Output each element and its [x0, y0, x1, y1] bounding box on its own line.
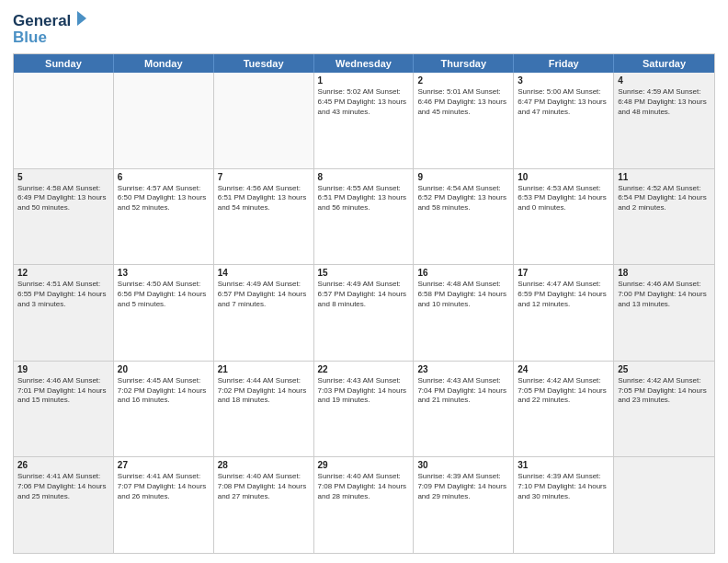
day-number: 26 [17, 460, 109, 470]
weekday-header: Sunday [14, 54, 114, 73]
calendar-cell [614, 457, 714, 553]
calendar-cell: 26Sunrise: 4:41 AM Sunset: 7:06 PM Dayli… [14, 457, 114, 553]
calendar-cell: 27Sunrise: 4:41 AM Sunset: 7:07 PM Dayli… [114, 457, 214, 553]
cell-info: Sunrise: 5:01 AM Sunset: 6:46 PM Dayligh… [417, 87, 509, 117]
cell-info: Sunrise: 4:41 AM Sunset: 7:06 PM Dayligh… [17, 472, 109, 501]
calendar-header: SundayMondayTuesdayWednesdayThursdayFrid… [14, 54, 714, 73]
day-number: 25 [618, 364, 711, 374]
day-number: 7 [218, 172, 310, 182]
cell-info: Sunrise: 4:40 AM Sunset: 7:08 PM Dayligh… [218, 472, 310, 501]
cell-info: Sunrise: 4:50 AM Sunset: 6:56 PM Dayligh… [118, 280, 210, 309]
cell-info: Sunrise: 5:00 AM Sunset: 6:47 PM Dayligh… [518, 87, 609, 117]
day-number: 16 [417, 268, 509, 278]
calendar-cell: 2Sunrise: 5:01 AM Sunset: 6:46 PM Daylig… [414, 73, 514, 168]
calendar-cell: 29Sunrise: 4:40 AM Sunset: 7:08 PM Dayli… [314, 457, 415, 553]
header: General Blue [13, 9, 715, 46]
calendar-row: 19Sunrise: 4:46 AM Sunset: 7:01 PM Dayli… [14, 362, 714, 458]
cell-info: Sunrise: 4:46 AM Sunset: 7:01 PM Dayligh… [17, 376, 109, 406]
calendar-cell: 19Sunrise: 4:46 AM Sunset: 7:01 PM Dayli… [14, 362, 114, 457]
day-number: 23 [417, 364, 509, 374]
cell-info: Sunrise: 4:42 AM Sunset: 7:05 PM Dayligh… [518, 376, 609, 406]
calendar-cell: 12Sunrise: 4:51 AM Sunset: 6:55 PM Dayli… [14, 265, 114, 361]
cell-info: Sunrise: 4:51 AM Sunset: 6:55 PM Dayligh… [17, 280, 109, 309]
day-number: 18 [618, 268, 711, 278]
calendar-cell: 6Sunrise: 4:57 AM Sunset: 6:50 PM Daylig… [114, 169, 214, 265]
calendar-cell [214, 73, 314, 168]
calendar-cell: 23Sunrise: 4:43 AM Sunset: 7:04 PM Dayli… [414, 362, 514, 457]
calendar-cell: 17Sunrise: 4:47 AM Sunset: 6:59 PM Dayli… [514, 265, 614, 361]
svg-text:Blue: Blue [13, 29, 47, 46]
day-number: 9 [417, 172, 509, 182]
day-number: 31 [518, 460, 609, 470]
calendar-cell [114, 73, 214, 168]
calendar-cell: 15Sunrise: 4:49 AM Sunset: 6:57 PM Dayli… [314, 265, 415, 361]
cell-info: Sunrise: 4:45 AM Sunset: 7:02 PM Dayligh… [118, 376, 210, 406]
day-number: 8 [318, 172, 410, 182]
cell-info: Sunrise: 4:39 AM Sunset: 7:10 PM Dayligh… [518, 472, 609, 501]
cell-info: Sunrise: 4:40 AM Sunset: 7:08 PM Dayligh… [318, 472, 410, 501]
calendar-cell: 31Sunrise: 4:39 AM Sunset: 7:10 PM Dayli… [514, 457, 614, 553]
day-number: 11 [618, 172, 711, 182]
cell-info: Sunrise: 4:56 AM Sunset: 6:51 PM Dayligh… [218, 184, 310, 213]
day-number: 12 [17, 268, 109, 278]
cell-info: Sunrise: 4:52 AM Sunset: 6:54 PM Dayligh… [618, 184, 711, 213]
cell-info: Sunrise: 4:47 AM Sunset: 6:59 PM Dayligh… [518, 280, 609, 309]
calendar-cell: 1Sunrise: 5:02 AM Sunset: 6:45 PM Daylig… [314, 73, 415, 168]
calendar-cell [14, 73, 114, 168]
day-number: 17 [518, 268, 609, 278]
calendar-cell: 9Sunrise: 4:54 AM Sunset: 6:52 PM Daylig… [414, 169, 514, 265]
calendar-cell: 16Sunrise: 4:48 AM Sunset: 6:58 PM Dayli… [414, 265, 514, 361]
weekday-header: Friday [514, 54, 614, 73]
calendar-cell: 8Sunrise: 4:55 AM Sunset: 6:51 PM Daylig… [314, 169, 415, 265]
cell-info: Sunrise: 4:41 AM Sunset: 7:07 PM Dayligh… [118, 472, 210, 501]
calendar-cell: 21Sunrise: 4:44 AM Sunset: 7:02 PM Dayli… [214, 362, 314, 457]
day-number: 22 [318, 364, 410, 374]
cell-info: Sunrise: 4:53 AM Sunset: 6:53 PM Dayligh… [518, 184, 609, 213]
cell-info: Sunrise: 4:43 AM Sunset: 7:03 PM Dayligh… [318, 376, 410, 406]
cell-info: Sunrise: 4:54 AM Sunset: 6:52 PM Dayligh… [417, 184, 509, 213]
calendar-cell: 13Sunrise: 4:50 AM Sunset: 6:56 PM Dayli… [114, 265, 214, 361]
calendar-row: 26Sunrise: 4:41 AM Sunset: 7:06 PM Dayli… [14, 457, 714, 553]
day-number: 14 [218, 268, 310, 278]
calendar: SundayMondayTuesdayWednesdayThursdayFrid… [13, 53, 715, 554]
day-number: 13 [118, 268, 210, 278]
calendar-row: 12Sunrise: 4:51 AM Sunset: 6:55 PM Dayli… [14, 265, 714, 362]
svg-marker-1 [77, 11, 86, 26]
day-number: 20 [118, 364, 210, 374]
cell-info: Sunrise: 4:49 AM Sunset: 6:57 PM Dayligh… [318, 280, 410, 309]
calendar-cell: 4Sunrise: 4:59 AM Sunset: 6:48 PM Daylig… [614, 73, 714, 168]
weekday-header: Wednesday [314, 54, 415, 73]
day-number: 30 [417, 460, 509, 470]
calendar-cell: 30Sunrise: 4:39 AM Sunset: 7:09 PM Dayli… [414, 457, 514, 553]
calendar-cell: 3Sunrise: 5:00 AM Sunset: 6:47 PM Daylig… [514, 73, 614, 168]
calendar-cell: 10Sunrise: 4:53 AM Sunset: 6:53 PM Dayli… [514, 169, 614, 265]
calendar-cell: 14Sunrise: 4:49 AM Sunset: 6:57 PM Dayli… [214, 265, 314, 361]
day-number: 10 [518, 172, 609, 182]
calendar-cell: 7Sunrise: 4:56 AM Sunset: 6:51 PM Daylig… [214, 169, 314, 265]
day-number: 28 [218, 460, 310, 470]
calendar-cell: 18Sunrise: 4:46 AM Sunset: 7:00 PM Dayli… [614, 265, 714, 361]
cell-info: Sunrise: 4:43 AM Sunset: 7:04 PM Dayligh… [417, 376, 509, 406]
cell-info: Sunrise: 4:44 AM Sunset: 7:02 PM Dayligh… [218, 376, 310, 406]
logo-svg: General Blue [13, 9, 86, 46]
cell-info: Sunrise: 4:59 AM Sunset: 6:48 PM Dayligh… [618, 87, 711, 117]
weekday-header: Monday [114, 54, 214, 73]
cell-info: Sunrise: 4:48 AM Sunset: 6:58 PM Dayligh… [417, 280, 509, 309]
svg-text:General: General [13, 12, 71, 29]
day-number: 29 [318, 460, 410, 470]
day-number: 15 [318, 268, 410, 278]
cell-info: Sunrise: 4:49 AM Sunset: 6:57 PM Dayligh… [218, 280, 310, 309]
weekday-header: Saturday [614, 54, 714, 73]
calendar-cell: 28Sunrise: 4:40 AM Sunset: 7:08 PM Dayli… [214, 457, 314, 553]
calendar-row: 5Sunrise: 4:58 AM Sunset: 6:49 PM Daylig… [14, 169, 714, 266]
day-number: 21 [218, 364, 310, 374]
day-number: 3 [518, 75, 609, 86]
calendar-cell: 20Sunrise: 4:45 AM Sunset: 7:02 PM Dayli… [114, 362, 214, 457]
cell-info: Sunrise: 4:55 AM Sunset: 6:51 PM Dayligh… [318, 184, 410, 213]
day-number: 4 [618, 75, 711, 86]
cell-info: Sunrise: 4:46 AM Sunset: 7:00 PM Dayligh… [618, 280, 711, 309]
day-number: 27 [118, 460, 210, 470]
cell-info: Sunrise: 4:42 AM Sunset: 7:05 PM Dayligh… [618, 376, 711, 406]
cell-info: Sunrise: 4:39 AM Sunset: 7:09 PM Dayligh… [417, 472, 509, 501]
weekday-header: Tuesday [214, 54, 314, 73]
